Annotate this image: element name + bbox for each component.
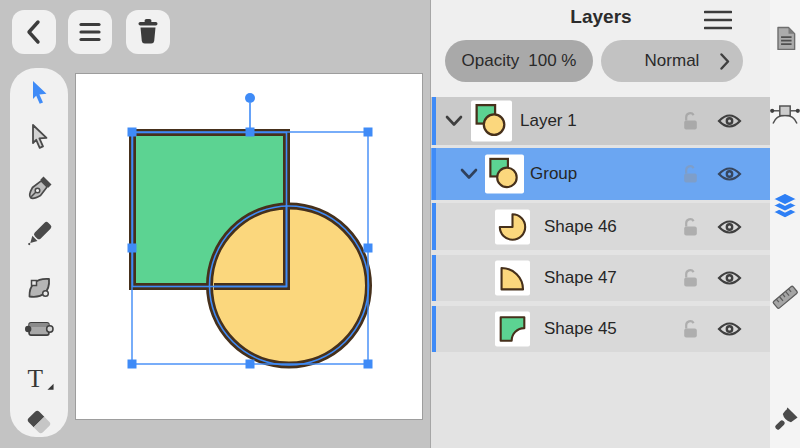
svg-text:T: T [27,364,43,392]
layer-thumbnail [471,101,512,142]
lock-open-icon[interactable] [683,112,698,131]
tool-direct-select[interactable] [23,121,55,153]
menu-button[interactable] [68,10,112,54]
layer-row-shape46[interactable]: Shape 46 [431,203,771,250]
tool-pencil[interactable] [23,218,55,250]
hamburger-icon [68,10,112,54]
shape-tool-icon [23,313,55,345]
tool-eraser[interactable] [23,406,55,438]
rotation-handle[interactable] [245,93,255,103]
row-accent [432,148,436,200]
layers-list: Layer 1 Group [431,97,771,448]
chevron-down-icon[interactable] [445,115,463,127]
tool-select[interactable] [23,77,55,109]
shape-thumbnail [495,312,530,347]
tool-pen[interactable] [23,173,55,205]
back-button[interactable] [12,10,56,54]
document-icon [771,23,799,53]
row-accent [432,306,436,352]
layer-row-shape47[interactable]: Shape 47 [431,255,771,301]
chevron-right-icon [720,53,730,70]
tool-text[interactable]: T [23,363,55,395]
layer-row-layer1[interactable]: Layer 1 [431,97,771,145]
canvas-drawing [75,73,423,420]
text-tool-icon: T [23,362,55,396]
trash-icon [126,10,170,54]
visibility-eye-icon[interactable] [717,113,742,130]
opacity-value: 100 % [528,51,576,71]
tool-shape[interactable] [23,313,55,345]
layer-name: Layer 1 [520,111,577,131]
visibility-eye-icon[interactable] [717,166,742,183]
tab-document[interactable] [769,22,800,54]
layer-name: Shape 46 [544,217,617,237]
tab-path-editor[interactable] [769,98,800,130]
artboard[interactable] [75,73,423,420]
visibility-eye-icon[interactable] [717,218,742,235]
shape-thumbnail [495,261,530,296]
lock-open-icon[interactable] [683,217,698,236]
tab-ruler[interactable] [769,281,800,313]
direct-select-arrow-icon [24,122,54,152]
toolbox: T [10,68,68,437]
layer-name: Group [530,164,577,184]
paint-brush-icon [769,404,800,436]
pen-icon [23,173,55,205]
visibility-eye-icon[interactable] [717,270,742,287]
bezier-node-icon [769,97,800,131]
inspector-strip [770,0,800,448]
layer-name: Shape 45 [544,319,617,339]
layer-options-icon[interactable] [704,10,732,30]
chevron-down-icon[interactable] [460,168,478,180]
row-accent [432,255,436,301]
row-accent [432,97,436,145]
delete-button[interactable] [126,10,170,54]
visibility-eye-icon[interactable] [717,321,742,338]
tool-node-editor[interactable] [23,272,55,304]
eraser-icon [23,406,55,438]
opacity-button[interactable]: Opacity 100 % [445,40,593,82]
row-accent [432,203,436,250]
tab-layers[interactable] [769,190,800,222]
layer-name: Shape 47 [544,268,617,288]
lock-open-icon[interactable] [683,269,698,288]
pencil-icon [23,218,55,250]
tab-brush-style[interactable] [769,404,800,436]
blend-mode-value: Normal [645,51,700,71]
chevron-left-icon [12,10,56,54]
ruler-icon [769,280,800,314]
layer-row-shape45[interactable]: Shape 45 [431,306,771,352]
lock-open-icon[interactable] [683,320,698,339]
group-thumbnail [485,155,524,194]
layer-row-group[interactable]: Group [431,148,771,200]
node-editor-icon [23,272,55,304]
select-arrow-icon [24,78,54,108]
blend-mode-button[interactable]: Normal [601,40,743,82]
lock-open-icon[interactable] [683,165,698,184]
opacity-label: Opacity [462,51,520,71]
shape-thumbnail [495,209,530,244]
layers-panel: Layers Opacity 100 % Normal Layer 1 [430,0,770,448]
layers-stack-icon [770,190,800,222]
